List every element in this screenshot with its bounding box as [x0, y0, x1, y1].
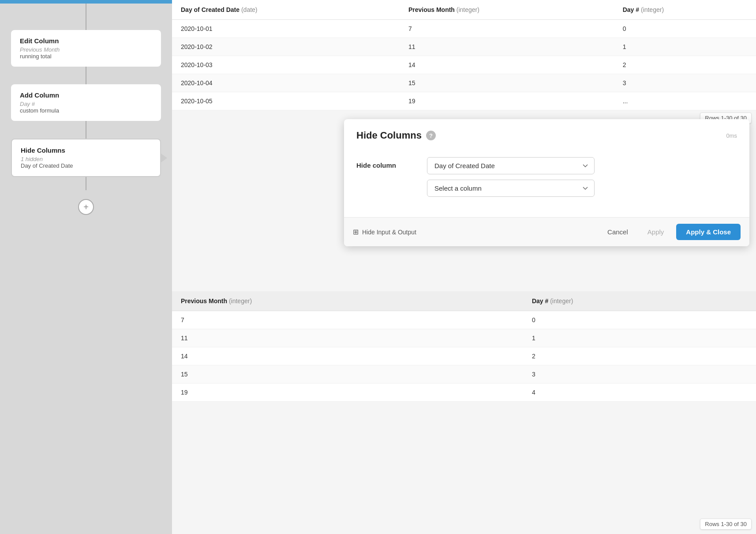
- top-table-row: 2020-10-04153: [172, 74, 756, 92]
- connector-line-2: [86, 67, 86, 84]
- bottom-table-container: Previous Month (integer) Day # (integer)…: [172, 291, 756, 534]
- bottom-table-cell: 14: [172, 347, 523, 365]
- connector-line-1: [86, 4, 86, 30]
- bottom-col-header-1: Day # (integer): [523, 291, 756, 311]
- hide-columns-subtitle: 1 hidden: [21, 156, 151, 162]
- pipeline-area: Edit Column Previous Month running total…: [0, 0, 172, 534]
- bottom-table-cell: 15: [172, 365, 523, 384]
- top-table-cell: 19: [400, 92, 614, 110]
- top-table-cell: 11: [400, 38, 614, 56]
- top-col-header-2: Day # (integer): [614, 0, 756, 20]
- hide-columns-modal: Hide Columns ? 0ms Hide column Day of Cr…: [344, 119, 749, 246]
- add-column-node[interactable]: Add Column Day # custom formula: [11, 84, 161, 121]
- edit-column-desc: running total: [20, 53, 152, 60]
- bottom-table: Previous Month (integer) Day # (integer)…: [172, 291, 756, 402]
- table-icon: ⊞: [353, 228, 359, 236]
- edit-column-title: Edit Column: [20, 37, 152, 45]
- bottom-table-cell: 19: [172, 384, 523, 402]
- bottom-table-row: 70: [172, 311, 756, 329]
- bottom-table-cell: 7: [172, 311, 523, 329]
- help-icon[interactable]: ?: [426, 131, 436, 140]
- top-col-header-0: Day of Created Date (date): [172, 0, 400, 20]
- hide-columns-title: Hide Columns: [21, 147, 151, 154]
- hide-column-label: Hide column: [356, 157, 418, 169]
- top-table-cell: 2: [614, 56, 756, 74]
- top-table-cell: 1: [614, 38, 756, 56]
- modal-header: Hide Columns ? 0ms: [344, 119, 749, 148]
- top-table: Day of Created Date (date) Previous Mont…: [172, 0, 756, 110]
- top-table-cell: 2020-10-05: [172, 92, 400, 110]
- edit-column-node[interactable]: Edit Column Previous Month running total: [11, 30, 161, 67]
- column-select-1[interactable]: Day of Created Date Previous Month Day #: [427, 157, 595, 174]
- data-area: Day of Created Date (date) Previous Mont…: [172, 0, 756, 534]
- column-select-2[interactable]: Select a column Day of Created Date Prev…: [427, 180, 595, 197]
- top-table-cell: 2020-10-01: [172, 20, 400, 38]
- top-table-row: 2020-10-0519...: [172, 92, 756, 110]
- add-column-desc: custom formula: [20, 107, 152, 114]
- bottom-table-cell: 1: [523, 329, 756, 347]
- top-table-cell: ...: [614, 92, 756, 110]
- hide-columns-desc: Day of Created Date: [21, 162, 151, 169]
- bottom-table-cell: 11: [172, 329, 523, 347]
- top-table-cell: 0: [614, 20, 756, 38]
- bottom-table-row: 153: [172, 365, 756, 384]
- top-table-row: 2020-10-0170: [172, 20, 756, 38]
- edit-column-subtitle: Previous Month: [20, 46, 152, 53]
- form-row-hide-column: Hide column Day of Created Date Previous…: [356, 157, 737, 197]
- add-column-title: Add Column: [20, 91, 152, 99]
- top-table-cell: 14: [400, 56, 614, 74]
- top-table-cell: 2020-10-04: [172, 74, 400, 92]
- top-table-row: 2020-10-03142: [172, 56, 756, 74]
- bottom-col-header-0: Previous Month (integer): [172, 291, 523, 311]
- bottom-rows-badge: Rows 1-30 of 30: [700, 519, 752, 530]
- hide-columns-node[interactable]: Hide Columns 1 hidden Day of Created Dat…: [11, 139, 161, 177]
- add-column-subtitle: Day #: [20, 101, 152, 107]
- hide-input-output-toggle[interactable]: ⊞ Hide Input & Output: [353, 228, 595, 236]
- top-table-container: Day of Created Date (date) Previous Mont…: [172, 0, 756, 110]
- cancel-button[interactable]: Cancel: [600, 225, 635, 239]
- bottom-table-cell: 0: [523, 311, 756, 329]
- modal-footer: ⊞ Hide Input & Output Cancel Apply Apply…: [344, 217, 749, 246]
- bottom-table-row: 194: [172, 384, 756, 402]
- top-table-cell: 3: [614, 74, 756, 92]
- top-table-cell: 7: [400, 20, 614, 38]
- pipeline-top-bar: [0, 0, 172, 4]
- bottom-table-cell: 4: [523, 384, 756, 402]
- modal-timing: 0ms: [726, 132, 737, 139]
- footer-text: Hide Input & Output: [362, 229, 416, 236]
- top-table-cell: 2020-10-03: [172, 56, 400, 74]
- bottom-table-row: 111: [172, 329, 756, 347]
- modal-title: Hide Columns ?: [356, 130, 436, 141]
- connector-line-3: [86, 121, 86, 139]
- apply-button[interactable]: Apply: [640, 225, 671, 239]
- top-table-cell: 15: [400, 74, 614, 92]
- form-selects: Day of Created Date Previous Month Day #…: [427, 157, 737, 197]
- top-table-cell: 2020-10-02: [172, 38, 400, 56]
- add-step-button[interactable]: +: [78, 199, 94, 215]
- top-col-header-1: Previous Month (integer): [400, 0, 614, 20]
- bottom-table-cell: 2: [523, 347, 756, 365]
- apply-close-button[interactable]: Apply & Close: [676, 224, 741, 240]
- modal-body: Hide column Day of Created Date Previous…: [344, 148, 749, 217]
- bottom-table-cell: 3: [523, 365, 756, 384]
- top-table-row: 2020-10-02111: [172, 38, 756, 56]
- connector-line-4: [86, 177, 86, 190]
- bottom-table-row: 142: [172, 347, 756, 365]
